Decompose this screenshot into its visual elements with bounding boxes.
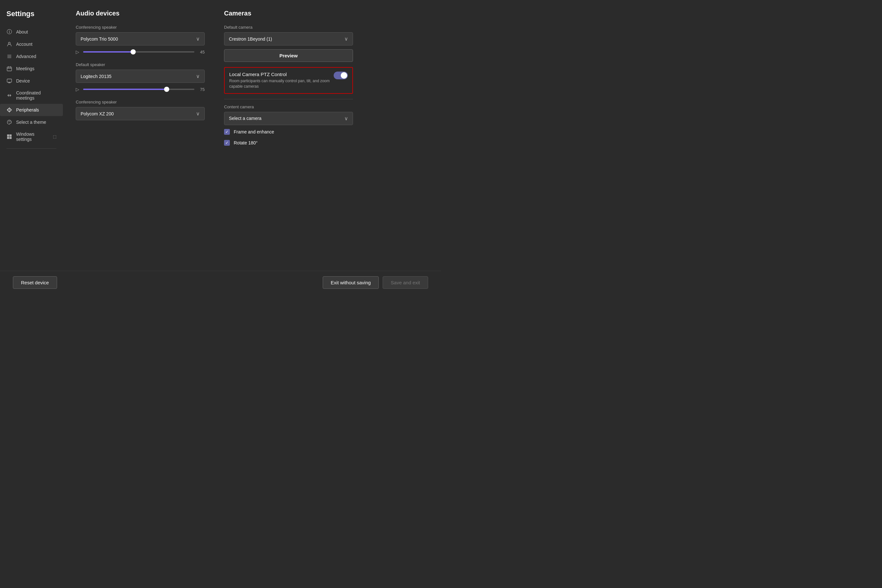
- cameras-section: Cameras Default camera Crestron 1Beyond …: [224, 10, 353, 261]
- sidebar-item-select-theme[interactable]: Select a theme: [0, 116, 63, 128]
- cameras-divider: [224, 99, 353, 99]
- slider-thumb[interactable]: [130, 50, 136, 54]
- sidebar-item-device[interactable]: Device: [0, 75, 63, 87]
- chevron-down-icon: ∨: [196, 36, 200, 42]
- content-camera-label: Content camera: [224, 105, 353, 109]
- reset-device-button[interactable]: Reset device: [13, 276, 57, 289]
- audio-section-title: Audio devices: [76, 10, 205, 17]
- sidebar-item-label-windows: Windows settings: [16, 132, 49, 142]
- sidebar-divider: [6, 148, 56, 148]
- content-camera-value: Select a camera: [229, 116, 261, 121]
- ptz-toggle[interactable]: [334, 72, 348, 79]
- sidebar: Settings ⓘ About Account: [0, 0, 63, 271]
- footer-right: Exit without saving Save and exit: [323, 276, 428, 289]
- save-and-exit-button: Save and exit: [382, 276, 428, 289]
- volume2-value: 75: [198, 87, 205, 92]
- info-icon: ⓘ: [6, 29, 12, 35]
- svg-point-17: [8, 122, 9, 122]
- conferencing-speaker-dropdown[interactable]: Polycom Trio 5000 ∨: [76, 32, 205, 45]
- content-camera-dropdown[interactable]: Select a camera ∨: [224, 112, 353, 125]
- default-speaker-value: Logitech 20135: [81, 74, 111, 79]
- sidebar-item-peripherals[interactable]: Peripherals: [0, 104, 63, 116]
- sidebar-item-label-peripherals: Peripherals: [16, 107, 39, 112]
- slider-fill: [83, 51, 133, 52]
- default-speaker-label: Default speaker: [76, 62, 205, 67]
- windows-icon: [6, 134, 12, 140]
- svg-rect-20: [7, 134, 9, 136]
- ptz-description: Room participants can manually control p…: [229, 78, 330, 89]
- sidebar-item-about[interactable]: ⓘ About: [0, 26, 63, 38]
- slider-fill-2: [83, 88, 166, 90]
- conferencing-microphone-label: Conferencing speaker: [76, 100, 205, 105]
- checkmark-icon-2: ✓: [225, 141, 228, 145]
- external-link-icon: ⬚: [53, 134, 56, 139]
- cameras-section-title: Cameras: [224, 10, 353, 17]
- conferencing-microphone-dropdown[interactable]: Polycom XZ 200 ∨: [76, 107, 205, 120]
- sidebar-item-label-meetings: Meetings: [16, 66, 34, 71]
- ptz-control-box: Local Camera PTZ Control Room participan…: [224, 67, 353, 94]
- rotate-row: ✓ Rotate 180°: [224, 140, 353, 146]
- chevron-down-icon-5: ∨: [344, 116, 348, 122]
- theme-icon: [6, 119, 12, 125]
- slider-thumb-2[interactable]: [164, 87, 169, 92]
- checkmark-icon: ✓: [225, 130, 228, 134]
- svg-rect-4: [7, 67, 12, 71]
- frame-enhance-checkbox[interactable]: ✓: [224, 129, 230, 135]
- rotate-checkbox[interactable]: ✓: [224, 140, 230, 146]
- play-icon-2[interactable]: ▷: [76, 87, 79, 92]
- slider-track-2: [83, 88, 194, 90]
- default-camera-dropdown[interactable]: Crestron 1Beyond (1) ∨: [224, 32, 353, 45]
- volume2-slider[interactable]: [83, 88, 194, 90]
- toggle-thumb: [341, 72, 347, 79]
- toggle-track: [334, 72, 348, 79]
- exit-without-saving-button[interactable]: Exit without saving: [323, 276, 379, 289]
- play-icon[interactable]: ▷: [76, 50, 79, 54]
- svg-point-18: [9, 121, 10, 122]
- ptz-title: Local Camera PTZ Control: [229, 72, 330, 77]
- svg-rect-23: [10, 137, 12, 139]
- volume1-row: ▷ 45: [76, 50, 205, 54]
- sidebar-item-account[interactable]: Account: [0, 38, 63, 50]
- sidebar-item-meetings[interactable]: Meetings: [0, 63, 63, 75]
- svg-rect-21: [10, 134, 12, 136]
- conferencing-speaker-label: Conferencing speaker: [76, 25, 205, 30]
- svg-point-19: [10, 122, 10, 122]
- main-content: Settings ⓘ About Account: [0, 0, 441, 271]
- preview-button[interactable]: Preview: [224, 50, 353, 62]
- conferencing-microphone-value: Polycom XZ 200: [81, 111, 114, 116]
- sidebar-item-label-account: Account: [16, 42, 33, 47]
- svg-point-12: [9, 110, 10, 111]
- sidebar-item-label-about: About: [16, 29, 28, 34]
- device-icon: [6, 78, 12, 84]
- sidebar-title: Settings: [0, 6, 63, 26]
- default-camera-value: Crestron 1Beyond (1): [229, 36, 272, 42]
- meetings-icon: [6, 66, 12, 72]
- volume2-row: ▷ 75: [76, 87, 205, 92]
- coordinated-icon: [6, 93, 12, 98]
- default-speaker-dropdown[interactable]: Logitech 20135 ∨: [76, 70, 205, 83]
- sidebar-item-advanced[interactable]: Advanced: [0, 50, 63, 63]
- chevron-down-icon-4: ∨: [344, 36, 348, 42]
- content-area: Audio devices Conferencing speaker Polyc…: [63, 0, 441, 271]
- account-icon: [6, 41, 12, 47]
- frame-enhance-row: ✓ Frame and enhance: [224, 129, 353, 135]
- sidebar-item-windows-settings[interactable]: Windows settings ⬚: [0, 128, 63, 145]
- default-camera-label: Default camera: [224, 25, 353, 30]
- peripherals-icon: [6, 107, 12, 113]
- sidebar-item-label-advanced: Advanced: [16, 54, 36, 59]
- svg-point-0: [8, 42, 10, 44]
- page-container: Settings ⓘ About Account: [0, 0, 441, 294]
- volume1-value: 45: [198, 50, 205, 54]
- svg-rect-22: [7, 137, 9, 139]
- ptz-text-area: Local Camera PTZ Control Room participan…: [229, 72, 330, 89]
- advanced-icon: [6, 54, 12, 59]
- slider-track: [83, 51, 194, 52]
- sidebar-item-label-device: Device: [16, 78, 30, 84]
- svg-rect-8: [7, 79, 12, 82]
- conferencing-speaker-value: Polycom Trio 5000: [81, 36, 118, 42]
- volume1-slider[interactable]: [83, 51, 194, 52]
- sidebar-item-coordinated-meetings[interactable]: Coordinated meetings: [0, 87, 63, 104]
- footer: Reset device Exit without saving Save an…: [0, 271, 441, 294]
- frame-enhance-label: Frame and enhance: [234, 129, 274, 134]
- chevron-down-icon-3: ∨: [196, 111, 200, 117]
